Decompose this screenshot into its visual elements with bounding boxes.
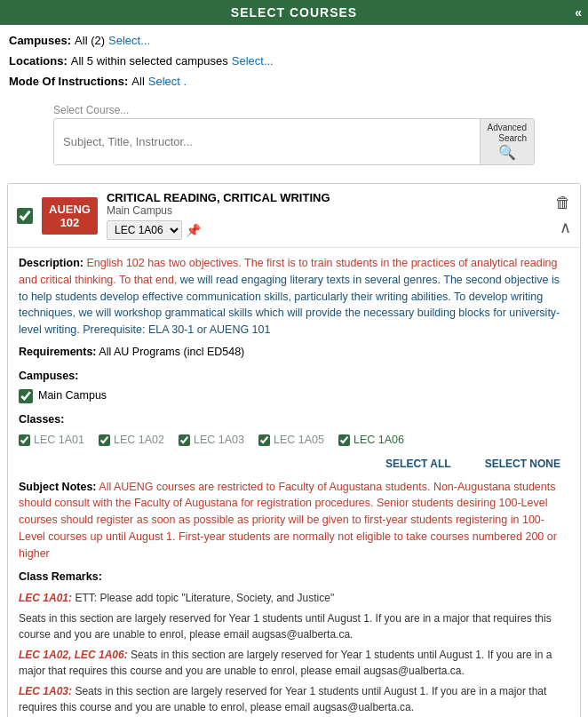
subject-notes-text: All AUENG courses are restricted to Facu…: [19, 481, 557, 560]
class-checkbox-1a02[interactable]: [99, 434, 110, 446]
main-campus-checkbox[interactable]: [19, 389, 33, 403]
subject-notes-label: Subject Notes:: [19, 481, 97, 493]
remark-code-1: LEC 1A01:: [19, 592, 72, 604]
locations-select-link[interactable]: Select...: [232, 54, 274, 68]
mode-select-link[interactable]: Select .: [148, 75, 187, 88]
course-campus: Main Campus: [107, 204, 555, 217]
select-all-button[interactable]: SELECT ALL: [382, 456, 455, 472]
class-checkbox-1a01[interactable]: [19, 434, 30, 446]
class-label-1a02: LEC 1A02: [114, 432, 164, 449]
course-section-select[interactable]: LEC 1A06: [107, 220, 182, 240]
search-input[interactable]: [54, 119, 480, 164]
class-label-1a06: LEC 1A06: [354, 432, 404, 449]
list-item: LEC 1A06: [338, 432, 404, 449]
search-icon: 🔍: [498, 144, 516, 161]
course-title-area: CRITICAL READING, CRITICAL WRITING Main …: [107, 191, 555, 240]
campuses-filter: Campuses: All (2) Select...: [9, 34, 579, 47]
course-code-box: AUENG 102: [42, 197, 98, 235]
campuses-section: Campuses: Main Campus: [19, 368, 569, 405]
list-item: LEC 1A02, LEC 1A06: Seats in this sectio…: [19, 647, 569, 679]
list-item: Seats in this section are largely reserv…: [19, 610, 569, 642]
course-actions: 🗑 ∧: [555, 194, 571, 237]
advanced-search-button[interactable]: AdvancedSearch 🔍: [480, 119, 534, 164]
class-remarks: Class Remarks: LEC 1A01: ETT: Please add…: [19, 569, 569, 717]
course-code-line1: AUENG: [49, 203, 91, 216]
course-card: AUENG 102 CRITICAL READING, CRITICAL WRI…: [7, 183, 581, 717]
course-select-checkbox[interactable]: [17, 208, 33, 224]
course-header: AUENG 102 CRITICAL READING, CRITICAL WRI…: [8, 184, 580, 247]
course-section-row: LEC 1A06 📌: [107, 220, 555, 240]
page-title: SELECT COURSES: [231, 5, 357, 20]
requirements-row: Requirements: All AU Programs (incl ED54…: [19, 344, 569, 361]
classes-grid: LEC 1A01 LEC 1A02 LEC 1A03 LEC 1A05 LEC …: [19, 432, 569, 449]
list-item: LEC 1A01: [19, 432, 84, 449]
select-none-button[interactable]: SELECT NONE: [481, 456, 564, 472]
list-item: LEC 1A01: ETT: Please add topic "Literat…: [19, 590, 569, 606]
campuses-label: Campuses:: [9, 34, 71, 47]
classes-section: Classes: LEC 1A01 LEC 1A02 LEC 1A03 LEC …: [19, 411, 569, 472]
requirements-value: All AU Programs (incl ED548): [99, 346, 244, 358]
delete-course-button[interactable]: 🗑: [555, 194, 571, 212]
collapse-course-button[interactable]: ∧: [560, 218, 571, 237]
page-header: SELECT COURSES «: [0, 0, 588, 25]
back-button[interactable]: «: [575, 5, 583, 20]
remark-text-2: Seats in this section are largely reserv…: [19, 612, 552, 641]
select-buttons: SELECT ALL SELECT NONE: [19, 456, 569, 472]
locations-value: All 5 within selected campuses: [71, 54, 228, 68]
list-item: LEC 1A03: Seats in this section are larg…: [19, 683, 569, 715]
subject-notes: Subject Notes: All AUENG courses are res…: [19, 479, 569, 562]
description-label: Description:: [19, 257, 83, 269]
campus-checkbox-row: Main Campus: [19, 387, 569, 404]
search-area: Select Course... AdvancedSearch 🔍: [0, 95, 588, 174]
list-item: LEC 1A02: [99, 432, 164, 449]
course-title: CRITICAL READING, CRITICAL WRITING: [107, 191, 555, 204]
requirements-label: Requirements:: [19, 346, 97, 358]
class-label-1a05: LEC 1A05: [274, 432, 324, 449]
advanced-search-label: AdvancedSearch: [488, 123, 527, 144]
description-text: English 102 has two objectives. The firs…: [19, 257, 560, 336]
locations-label: Locations:: [9, 54, 68, 68]
search-label: Select Course...: [53, 104, 535, 116]
pin-icon[interactable]: 📌: [186, 223, 201, 237]
course-description: Description: English 102 has two objecti…: [19, 255, 569, 339]
mode-value: All: [131, 75, 144, 88]
course-body: Description: English 102 has two objecti…: [8, 247, 580, 717]
remark-code-4: LEC 1A03:: [19, 685, 72, 697]
list-item: LEC 1A05: [258, 432, 324, 449]
class-checkbox-1a06[interactable]: [338, 434, 350, 446]
class-label-1a01: LEC 1A01: [34, 432, 84, 449]
remark-text-4: Seats in this section are largely reserv…: [19, 685, 546, 713]
class-checkbox-1a03[interactable]: [179, 434, 190, 446]
course-code-line2: 102: [60, 216, 80, 229]
search-box: AdvancedSearch 🔍: [53, 118, 535, 165]
campuses-value: All (2): [75, 34, 105, 47]
class-remarks-label: Class Remarks:: [19, 569, 569, 586]
campuses-section-label: Campuses:: [19, 368, 569, 385]
class-label-1a03: LEC 1A03: [194, 432, 244, 449]
remark-code-3: LEC 1A02, LEC 1A06:: [19, 649, 128, 661]
classes-label: Classes:: [19, 411, 569, 428]
mode-filter: Mode Of Instructions: All Select .: [9, 75, 579, 88]
mode-label: Mode Of Instructions:: [9, 75, 128, 88]
list-item: LEC 1A03: [179, 432, 244, 449]
class-checkbox-1a05[interactable]: [258, 434, 270, 446]
remark-text-1: ETT: Please add topic "Literature, Socie…: [75, 592, 334, 604]
main-campus-label: Main Campus: [38, 387, 107, 404]
campuses-select-link[interactable]: Select...: [108, 34, 150, 47]
locations-filter: Locations: All 5 within selected campuse…: [9, 54, 579, 68]
filters-section: Campuses: All (2) Select... Locations: A…: [0, 25, 588, 88]
